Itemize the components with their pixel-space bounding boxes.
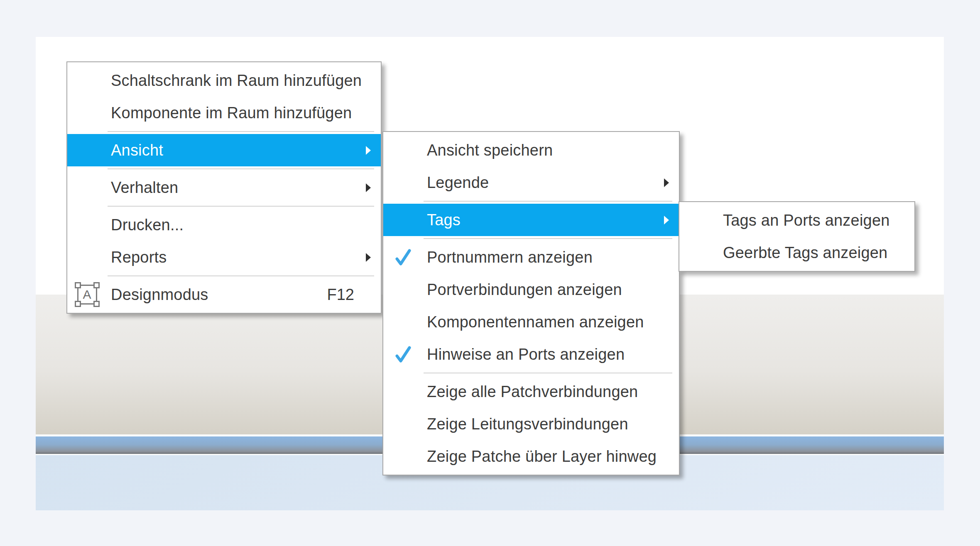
menu-item-designmodus[interactable]: A Designmodus F12 bbox=[67, 278, 381, 311]
menu-item-portverbindungen[interactable]: Portverbindungen anzeigen bbox=[383, 273, 679, 306]
menu-item-label: Portverbindungen anzeigen bbox=[423, 281, 669, 299]
selection-handle bbox=[93, 301, 100, 307]
menu-item-label: Designmodus bbox=[107, 286, 327, 304]
menu-separator bbox=[424, 373, 672, 373]
menu-separator bbox=[108, 206, 374, 207]
selection-handle bbox=[93, 282, 100, 288]
submenu-arrow-icon bbox=[365, 183, 371, 192]
menu-item-label: Zeige alle Patchverbindungen bbox=[423, 383, 669, 401]
menu-item-verhalten[interactable]: Verhalten bbox=[67, 171, 381, 204]
menu-item-add-component[interactable]: Komponente im Raum hinzufügen bbox=[67, 97, 381, 129]
menu-item-label: Ansicht bbox=[107, 141, 365, 159]
menu-separator bbox=[424, 201, 672, 202]
menu-item-label: Komponente im Raum hinzufügen bbox=[107, 104, 371, 122]
menu-item-geerbte-tags[interactable]: Geerbte Tags anzeigen bbox=[679, 236, 914, 269]
menu-item-label: Portnummern anzeigen bbox=[423, 249, 669, 266]
menu-item-legende[interactable]: Legende bbox=[383, 166, 679, 199]
menu-separator bbox=[108, 131, 374, 132]
checkmark-icon bbox=[383, 248, 423, 267]
design-mode-icon: A bbox=[77, 285, 97, 305]
menu-item-label: Ansicht speichern bbox=[423, 141, 669, 159]
menu-item-label: Verhalten bbox=[107, 179, 365, 197]
selection-handle bbox=[75, 301, 81, 307]
menu-item-label: Tags an Ports anzeigen bbox=[719, 212, 904, 229]
menu-item-label: Komponentennamen anzeigen bbox=[423, 313, 669, 331]
menu-item-label: Schaltschrank im Raum hinzufügen bbox=[107, 72, 371, 90]
menu-separator bbox=[108, 168, 374, 169]
shortcut-text: F12 bbox=[327, 286, 354, 304]
menu-item-portnummern[interactable]: Portnummern anzeigen bbox=[383, 241, 679, 273]
selection-handle bbox=[75, 282, 81, 288]
menu-item-label: Reports bbox=[107, 249, 365, 266]
submenu-tags: Tags an Ports anzeigen Geerbte Tags anze… bbox=[679, 201, 915, 272]
menu-item-label: Zeige Leitungsverbindungen bbox=[423, 415, 669, 433]
menu-item-add-cabinet[interactable]: Schaltschrank im Raum hinzufügen bbox=[67, 64, 381, 97]
menu-item-zeige-leitungsverbindungen[interactable]: Zeige Leitungsverbindungen bbox=[383, 408, 679, 440]
submenu-arrow-icon bbox=[663, 216, 669, 224]
menu-separator bbox=[424, 238, 672, 239]
menu-item-drucken[interactable]: Drucken... bbox=[67, 209, 381, 241]
menu-item-zeige-patche-layer[interactable]: Zeige Patche über Layer hinweg bbox=[383, 440, 679, 473]
menu-separator bbox=[108, 275, 374, 276]
menu-item-hinweise[interactable]: Hinweise an Ports anzeigen bbox=[383, 338, 679, 370]
menu-item-label: Tags bbox=[423, 211, 663, 229]
checkmark-icon bbox=[383, 345, 423, 364]
menu-item-label: Legende bbox=[423, 174, 663, 192]
submenu-arrow-icon bbox=[365, 253, 371, 262]
menu-item-ansicht[interactable]: Ansicht bbox=[67, 134, 381, 166]
icon-slot: A bbox=[67, 285, 107, 305]
context-menu: Schaltschrank im Raum hinzufügen Kompone… bbox=[66, 61, 382, 314]
menu-item-ansicht-speichern[interactable]: Ansicht speichern bbox=[383, 134, 679, 166]
menu-item-tags[interactable]: Tags bbox=[383, 204, 679, 236]
menu-item-tags-an-ports[interactable]: Tags an Ports anzeigen bbox=[679, 204, 914, 236]
submenu-ansicht: Ansicht speichern Legende Tags Portnumme… bbox=[382, 131, 680, 475]
menu-item-label: Geerbte Tags anzeigen bbox=[719, 244, 904, 262]
menu-item-komponentennamen[interactable]: Komponentennamen anzeigen bbox=[383, 306, 679, 338]
menu-item-label: Hinweise an Ports anzeigen bbox=[423, 346, 669, 363]
menu-item-reports[interactable]: Reports bbox=[67, 241, 381, 273]
menu-item-label: Zeige Patche über Layer hinweg bbox=[423, 448, 669, 466]
design-mode-letter: A bbox=[83, 288, 91, 301]
menu-item-label: Drucken... bbox=[107, 216, 371, 234]
menu-item-zeige-patchverbindungen[interactable]: Zeige alle Patchverbindungen bbox=[383, 375, 679, 408]
submenu-arrow-icon bbox=[663, 178, 669, 187]
submenu-arrow-icon bbox=[365, 146, 371, 155]
